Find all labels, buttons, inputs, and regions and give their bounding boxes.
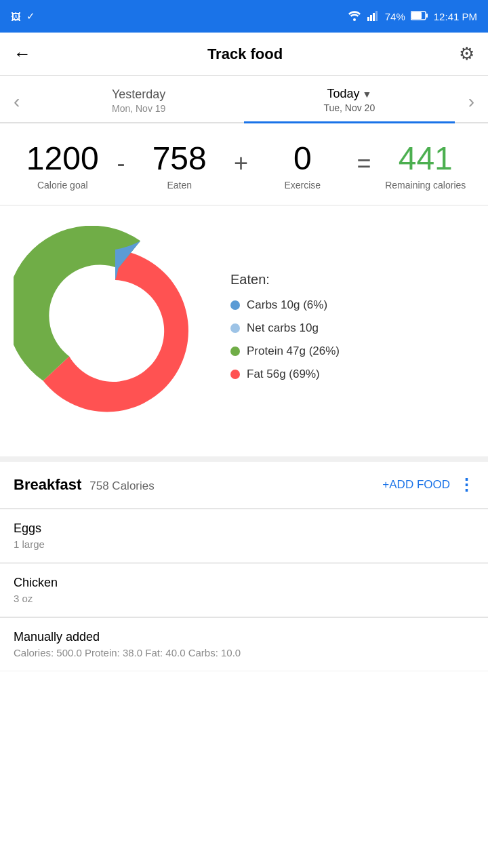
legend-carbs: Carbs 10g (6%)	[230, 298, 474, 312]
nutrition-legend: Eaten: Carbs 10g (6%) Net carbs 10g Prot…	[217, 272, 474, 391]
donut-chart	[14, 226, 217, 436]
yesterday-label: Yesterday	[33, 87, 244, 102]
plus-operator: +	[231, 142, 251, 178]
protein-dot	[230, 347, 240, 356]
nutrition-section: Eaten: Carbs 10g (6%) Net carbs 10g Prot…	[0, 205, 488, 456]
page-title: Track food	[207, 45, 283, 63]
carbs-dot	[230, 300, 240, 310]
yesterday-date: Mon, Nov 19	[33, 103, 244, 114]
status-left-icons: 🖼 ✓	[11, 10, 35, 22]
meal-title-area: Breakfast 758 Calories	[14, 476, 155, 494]
signal-icon	[367, 10, 380, 23]
exercise-number: 0	[251, 142, 354, 175]
legend-net-carbs: Net carbs 10g	[230, 321, 474, 335]
food-name: Chicken	[14, 576, 474, 590]
fat-label: Fat 56g (69%)	[247, 368, 320, 381]
remaining-block: 441 Remaining calories	[374, 142, 477, 191]
exercise-block: 0 Exercise	[251, 142, 354, 191]
breakfast-section: Breakfast 758 Calories +ADD FOOD ⋮ Eggs …	[0, 462, 488, 671]
status-bar: 🖼 ✓ 74% 12:41 PM	[0, 0, 488, 33]
next-day-button[interactable]: ›	[455, 85, 488, 118]
app-header: ← Track food ⚙	[0, 33, 488, 76]
today-tab[interactable]: Today ▼ Tue, Nov 20	[244, 81, 455, 123]
remaining-label: Remaining calories	[374, 179, 477, 191]
check-icon: ✓	[26, 10, 35, 22]
image-icon: 🖼	[11, 11, 21, 22]
prev-day-button[interactable]: ‹	[0, 85, 33, 118]
food-name: Eggs	[14, 521, 474, 536]
more-options-button[interactable]: ⋮	[458, 475, 474, 494]
equals-operator: =	[354, 142, 373, 178]
legend-fat: Fat 56g (69%)	[230, 368, 474, 381]
svg-rect-3	[373, 13, 375, 21]
protein-label: Protein 47g (26%)	[247, 344, 340, 358]
net-carbs-label: Net carbs 10g	[247, 321, 319, 335]
calorie-summary: 1200 Calorie goal - 758 Eaten + 0 Exerci…	[0, 123, 488, 205]
meal-title: Breakfast	[14, 476, 81, 494]
section-divider	[0, 456, 488, 462]
today-label: Today ▼	[244, 87, 455, 101]
calorie-goal-label: Calorie goal	[11, 179, 114, 191]
meal-calorie-count: 758 Calories	[89, 479, 154, 493]
breakfast-header: Breakfast 758 Calories +ADD FOOD ⋮	[0, 462, 488, 509]
time-display: 12:41 PM	[434, 11, 477, 22]
meal-actions: +ADD FOOD ⋮	[382, 475, 474, 494]
wifi-icon	[347, 10, 362, 23]
svg-point-0	[353, 18, 356, 21]
status-right-icons: 74% 12:41 PM	[347, 10, 477, 23]
calorie-goal-number: 1200	[11, 142, 114, 175]
svg-rect-4	[375, 11, 378, 21]
date-navigation: ‹ Yesterday Mon, Nov 19 Today ▼ Tue, Nov…	[0, 76, 488, 123]
remaining-number: 441	[374, 142, 477, 175]
settings-button[interactable]: ⚙	[459, 43, 474, 64]
svg-rect-2	[370, 15, 372, 21]
svg-rect-6	[411, 12, 422, 19]
legend-title: Eaten:	[230, 272, 474, 288]
svg-rect-7	[426, 14, 428, 18]
svg-rect-1	[367, 17, 369, 21]
yesterday-tab[interactable]: Yesterday Mon, Nov 19	[33, 82, 244, 122]
eaten-number: 758	[127, 142, 230, 175]
battery-percentage: 74%	[385, 11, 405, 22]
food-detail: Calories: 500.0 Protein: 38.0 Fat: 40.0 …	[14, 647, 474, 658]
exercise-label: Exercise	[251, 179, 354, 191]
list-item[interactable]: Manually added Calories: 500.0 Protein: …	[0, 618, 488, 671]
food-detail: 3 oz	[14, 593, 474, 604]
back-button[interactable]: ←	[14, 43, 31, 64]
battery-icon	[411, 11, 428, 22]
calorie-goal-block: 1200 Calorie goal	[11, 142, 114, 191]
date-dropdown-arrow[interactable]: ▼	[362, 89, 371, 100]
food-name: Manually added	[14, 630, 474, 644]
net-carbs-dot	[230, 323, 240, 333]
minus-operator: -	[114, 142, 127, 178]
food-detail: 1 large	[14, 538, 474, 550]
list-item[interactable]: Eggs 1 large	[0, 509, 488, 563]
carbs-label: Carbs 10g (6%)	[247, 298, 327, 312]
fat-dot	[230, 370, 240, 379]
eaten-label: Eaten	[127, 179, 230, 191]
eaten-block: 758 Eaten	[127, 142, 230, 191]
list-item[interactable]: Chicken 3 oz	[0, 564, 488, 617]
today-date: Tue, Nov 20	[244, 102, 455, 113]
add-food-button[interactable]: +ADD FOOD	[382, 478, 450, 492]
legend-protein: Protein 47g (26%)	[230, 344, 474, 358]
